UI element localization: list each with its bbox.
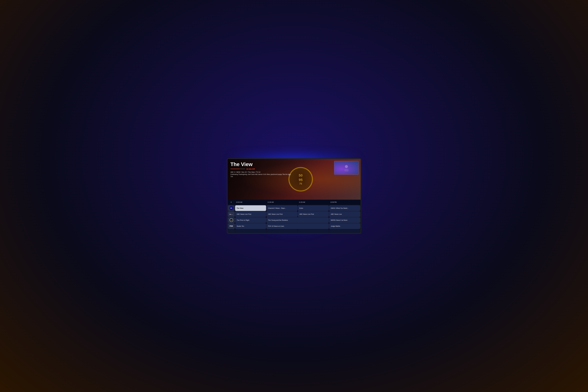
program-extra[interactable]: Extra <box>298 205 329 211</box>
guide-row-cbs: CBS The Price Is Right The Young and the… <box>228 217 360 223</box>
program-the-view[interactable]: The View <box>235 205 266 211</box>
time-slot-1130: 11:30 AM <box>298 201 329 204</box>
progress-bar <box>230 169 245 169</box>
program-abc-news-live-first-1[interactable]: ABC News Live First <box>235 211 266 217</box>
time-slot-1200: 12:00 PM <box>329 201 360 204</box>
channel-logo-fox[interactable]: FOX <box>228 223 235 229</box>
program-placeholder-4 <box>329 229 360 233</box>
hero-section: 50 95 75 The View <box>228 159 360 200</box>
program-abc-news-live[interactable]: ABC News Live <box>329 211 360 217</box>
abc-programs: The View Channel 3 News - Days... Extra … <box>235 205 360 211</box>
program-placeholder-2 <box>266 229 298 233</box>
show-description: Celebrating Thanksgiving; chef Carla Hal… <box>230 174 307 175</box>
extra-programs <box>235 229 360 233</box>
fox-programs: Studio Ten FOX 10 News at 11am Judge Mat… <box>235 223 360 229</box>
program-abc-news-live-first-3[interactable]: ABC News Live First <box>298 211 329 217</box>
guide-row-newslive: ⬤NEWS ABC News Live First ABC News Live … <box>228 211 360 217</box>
channel-logo-cbs[interactable]: CBS <box>228 217 235 223</box>
program-judge-mathis[interactable]: Judge Mathis <box>329 223 360 229</box>
progress-bar-fill <box>230 169 239 169</box>
guide-row-extra <box>228 229 360 233</box>
channel-logo-newslive[interactable]: ⬤NEWS <box>228 211 235 217</box>
program-studio-ten[interactable]: Studio Ten <box>235 223 266 229</box>
show-genre: Talk <box>230 176 358 178</box>
cbs-logo-icon: CBS <box>230 218 233 222</box>
newslive-logo-icon: ⬤NEWS <box>229 213 234 215</box>
program-fox10-news[interactable]: FOX 10 News at 11am <box>266 223 329 229</box>
tv-container: 50 95 75 The View <box>227 158 361 234</box>
time-slot-1100: 11:00 AM <box>266 201 298 204</box>
program-placeholder-1 <box>235 229 266 233</box>
channel-logo-extra <box>228 229 235 233</box>
time-slots: 10:30 AM 11:00 AM 11:30 AM 12:00 PM <box>235 201 360 204</box>
mini-preview-content <box>334 161 358 174</box>
tv-guide: ≡ 10:30 AM 11:00 AM 11:30 AM 12:00 PM ab… <box>228 200 360 233</box>
time-header: ≡ 10:30 AM 11:00 AM 11:30 AM 12:00 PM <box>228 200 360 205</box>
time-slot-1030: 10:30 AM <box>235 201 266 204</box>
program-young-restless[interactable]: The Young and the Restless <box>266 217 329 223</box>
channel-logo-abc[interactable]: abc <box>228 205 235 211</box>
program-wkrg-news[interactable]: WKRG News 5 at Noon <box>329 217 360 223</box>
guide-row-fox: FOX Studio Ten FOX 10 News at 11am Judge… <box>228 223 360 229</box>
program-price-is-right[interactable]: The Price Is Right <box>235 217 266 223</box>
program-abc-news-live-first-2[interactable]: ABC News Live First <box>266 211 298 217</box>
svg-point-1 <box>344 169 348 172</box>
cbs-programs: The Price Is Right The Young and the Res… <box>235 217 360 223</box>
program-gma3[interactable]: GMA3: What You Need... <box>329 205 360 211</box>
mini-preview <box>334 161 358 174</box>
filter-col: ≡ <box>228 201 235 203</box>
tv-frame: 50 95 75 The View <box>227 158 361 234</box>
time-left: 14 min left <box>246 168 255 170</box>
newslive-programs: ABC News Live First ABC News Live First … <box>235 211 360 217</box>
guide-row-abc: abc The View Channel 3 News - Days... Ex… <box>228 205 360 211</box>
guide-rows: abc The View Channel 3 News - Days... Ex… <box>228 205 360 233</box>
fox-logo-icon: FOX <box>230 225 233 227</box>
program-placeholder-3 <box>298 229 329 233</box>
abc-logo-icon: abc <box>230 206 233 210</box>
filter-icon[interactable]: ≡ <box>230 201 232 203</box>
program-channel3-news[interactable]: Channel 3 News - Days... <box>266 205 298 211</box>
svg-point-0 <box>345 165 348 168</box>
